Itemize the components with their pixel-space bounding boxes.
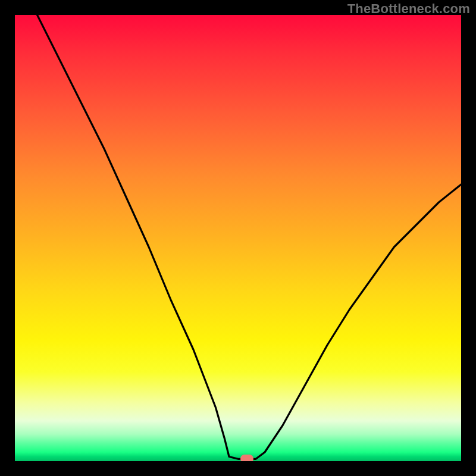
- plot-area: [15, 15, 461, 461]
- bottleneck-curve: [15, 15, 461, 461]
- optimum-marker: [240, 455, 253, 461]
- chart-frame: TheBottleneck.com: [0, 0, 476, 476]
- curve-path: [37, 15, 462, 459]
